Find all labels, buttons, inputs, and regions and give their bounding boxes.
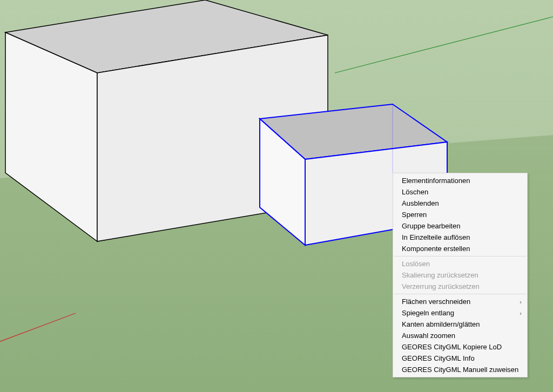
context-menu-item-label: Loslösen bbox=[402, 260, 430, 268]
context-menu-item-label: Spiegeln entlang bbox=[402, 309, 454, 317]
context-menu-item-label: Ausblenden bbox=[402, 199, 439, 207]
context-menu-item[interactable]: Löschen bbox=[393, 186, 527, 198]
context-menu-item: Loslösen bbox=[393, 258, 527, 269]
context-menu-item: Verzerrung zurücksetzen bbox=[393, 281, 527, 292]
context-menu-item-label: GEORES CityGML Kopiere LoD bbox=[402, 343, 502, 351]
context-menu-item-label: GEORES CityGML Info bbox=[402, 354, 475, 362]
context-menu-item-label: Auswahl zoomen bbox=[402, 332, 455, 340]
context-menu-item-label: Verzerrung zurücksetzen bbox=[402, 282, 480, 290]
context-menu-item-label: Elementinformationen bbox=[402, 177, 470, 185]
context-menu-item-label: Kanten abmildern/glätten bbox=[402, 320, 480, 328]
context-menu-item[interactable]: Ausblenden bbox=[393, 198, 527, 209]
menu-separator bbox=[394, 256, 527, 256]
context-menu-item[interactable]: Komponente erstellen bbox=[393, 243, 527, 254]
context-menu-item[interactable]: In Einzelteile auflösen bbox=[393, 232, 527, 243]
context-menu-item[interactable]: Sperren bbox=[393, 209, 527, 220]
context-menu-item[interactable]: GEORES CityGML Info bbox=[393, 353, 527, 364]
menu-separator bbox=[394, 294, 527, 294]
context-menu-item[interactable]: Spiegeln entlang› bbox=[393, 307, 527, 319]
context-menu-item-label: Gruppe bearbeiten bbox=[402, 222, 460, 230]
context-menu-item[interactable]: Gruppe bearbeiten bbox=[393, 220, 527, 232]
context-menu[interactable]: ElementinformationenLöschenAusblendenSpe… bbox=[393, 173, 528, 377]
context-menu-item[interactable]: GEORES CityGML Kopiere LoD bbox=[393, 341, 527, 353]
viewport-3d[interactable]: ElementinformationenLöschenAusblendenSpe… bbox=[0, 0, 553, 392]
context-menu-item-label: Flächen verschneiden bbox=[402, 298, 470, 306]
context-menu-item-label: Skalierung zurücksetzen bbox=[402, 271, 478, 279]
context-menu-item[interactable]: Auswahl zoomen bbox=[393, 330, 527, 341]
context-menu-item-label: Sperren bbox=[402, 211, 427, 219]
context-menu-item-label: Komponente erstellen bbox=[402, 245, 470, 253]
context-menu-item: Skalierung zurücksetzen bbox=[393, 269, 527, 281]
context-menu-item-label: In Einzelteile auflösen bbox=[402, 233, 470, 241]
chevron-right-icon: › bbox=[520, 298, 522, 306]
chevron-right-icon: › bbox=[520, 309, 522, 317]
context-menu-item-label: GEORES CityGML Manuell zuweisen bbox=[402, 366, 518, 374]
context-menu-item[interactable]: Flächen verschneiden› bbox=[393, 296, 527, 307]
context-menu-item[interactable]: GEORES CityGML Manuell zuweisen bbox=[393, 364, 527, 375]
context-menu-item-label: Löschen bbox=[402, 188, 428, 196]
context-menu-item[interactable]: Elementinformationen bbox=[393, 175, 527, 186]
context-menu-item[interactable]: Kanten abmildern/glätten bbox=[393, 319, 527, 330]
